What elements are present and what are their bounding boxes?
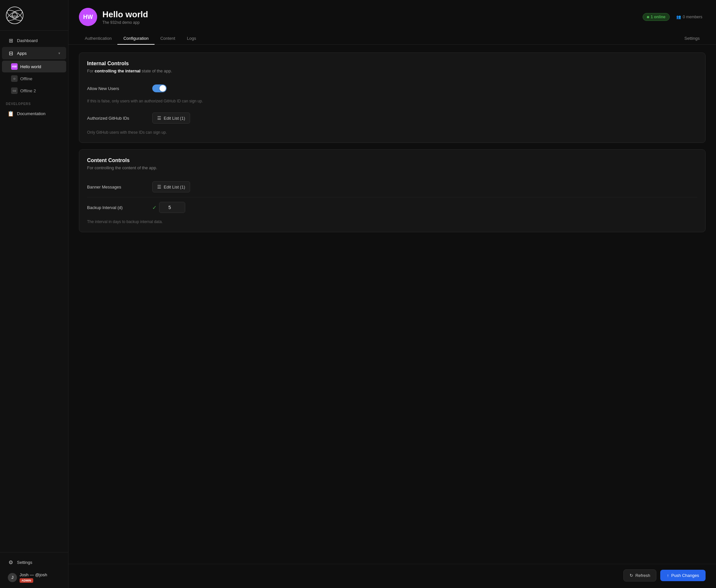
members-icon: 👥 [676,15,681,19]
content-area: Internal Controls For controlling the in… [68,45,716,564]
push-icon: ↑ [667,573,669,578]
offline-label: Offline [20,76,32,81]
backup-interval-row: Backup Interval (d) ✓ [87,197,697,217]
tab-configuration[interactable]: Configuration [117,33,154,45]
tab-settings[interactable]: Settings [678,33,706,45]
user-name: Josh — @josh [20,572,60,577]
settings-gear-icon: ⚙ [8,559,14,565]
allow-new-users-row: Allow New Users [87,80,697,97]
app-identity: HW Hello world The 932nd demo app [79,8,148,26]
list-icon-2: ☰ [157,184,161,189]
tab-content[interactable]: Content [155,33,181,45]
allow-new-users-toggle[interactable] [152,84,167,92]
chevron-down-icon: ▾ [58,51,60,56]
online-dot [647,16,649,18]
allow-new-users-label: Allow New Users [87,86,146,91]
banner-messages-row: Banner Messages ☰ Edit List (1) [87,177,697,197]
content-controls-card: Content Controls For controlling the con… [79,149,706,232]
edit-banner-label: Edit List (1) [164,185,185,189]
internal-controls-card: Internal Controls For controlling the in… [79,52,706,143]
content-controls-title: Content Controls [87,158,697,163]
user-text: Josh — @josh ADMIN [20,572,60,583]
hello-world-avatar: HW [11,63,18,70]
apps-icon: ⊟ [8,50,14,56]
toggle-thumb [159,85,166,92]
tab-logs[interactable]: Logs [181,33,202,45]
online-count: 1 online [651,15,666,19]
github-ids-label: Authorized GitHub IDs [87,116,146,121]
offline2-label: Offline 2 [20,88,36,93]
check-icon: ✓ [152,205,156,211]
edit-github-ids-label: Edit List (1) [164,116,185,121]
hello-world-label: Hello world [20,64,41,69]
list-icon: ☰ [157,115,161,121]
sidebar-item-settings[interactable]: ⚙ Settings [2,556,66,568]
edit-banner-button[interactable]: ☰ Edit List (1) [152,181,190,192]
internal-controls-title: Internal Controls [87,61,697,66]
sidebar-item-offline[interactable]: O Offline [2,73,66,84]
sidebar-item-apps[interactable]: ⊟ Apps ▾ [2,47,66,59]
banner-messages-label: Banner Messages [87,185,146,189]
backup-interval-input[interactable] [159,202,185,213]
toggle-track[interactable] [152,84,167,92]
refresh-button[interactable]: ↻ Refresh [623,569,657,582]
app-info: Hello world The 932nd demo app [102,9,148,25]
user-avatar: J [8,573,17,582]
content-controls-subtitle: For controlling the content of the app. [87,165,697,170]
sidebar-item-offline-2[interactable]: O2 Offline 2 [2,85,66,97]
tab-authentication[interactable]: Authentication [79,33,117,45]
offline2-avatar: O2 [11,87,18,94]
orbiting-logo: orbiting [6,6,23,24]
backup-interval-input-row: ✓ [152,202,185,213]
offline-avatar: O [11,75,18,82]
members-badge: 👥 0 members [673,13,706,21]
github-ids-hint: Only GitHub users with these IDs can sig… [87,130,697,135]
sidebar-dashboard-label: Dashboard [17,38,60,43]
github-ids-row: Authorized GitHub IDs ☰ Edit List (1) [87,108,697,128]
sidebar-nav: ⊞ Dashboard ⊟ Apps ▾ HW Hello world O Of… [0,31,68,552]
book-icon: 📋 [8,110,14,117]
admin-badge: ADMIN [20,578,33,583]
sub-nav-apps: HW Hello world O Offline O2 Offline 2 [0,60,68,98]
internal-controls-subtitle: For controlling the internal state of th… [87,68,697,74]
main-header: HW Hello world The 932nd demo app 1 onli… [68,0,716,26]
bottom-actions: ↻ Refresh ↑ Push Changes [68,564,716,588]
allow-new-users-hint: If this is false, only users with an aut… [87,99,697,103]
documentation-label: Documentation [17,111,60,116]
app-subtitle: The 932nd demo app [102,20,148,25]
logo-area: orbiting [0,0,68,31]
refresh-icon: ↻ [630,573,633,578]
main-content: HW Hello world The 932nd demo app 1 onli… [68,0,716,588]
sidebar-item-dashboard[interactable]: ⊞ Dashboard [2,34,66,47]
tabs: Authentication Configuration Content Log… [68,33,716,45]
sidebar-bottom: ⚙ Settings J Josh — @josh ADMIN [0,552,68,588]
push-changes-button[interactable]: ↑ Push Changes [660,570,706,581]
online-badge: 1 online [643,13,670,21]
edit-github-ids-button[interactable]: ☰ Edit List (1) [152,112,190,124]
user-info[interactable]: J Josh — @josh ADMIN [2,569,66,586]
dashboard-icon: ⊞ [8,38,14,43]
app-name: Hello world [102,9,148,20]
developers-section-label: Developers [0,98,68,107]
sidebar-item-hello-world[interactable]: HW Hello world [2,61,66,72]
push-label: Push Changes [671,573,699,578]
svg-text:orbiting: orbiting [10,15,18,18]
sidebar-apps-label: Apps [17,51,55,56]
sidebar: orbiting ⊞ Dashboard ⊟ Apps ▾ HW Hello w… [0,0,68,588]
refresh-label: Refresh [635,573,650,578]
app-avatar: HW [79,8,97,26]
members-count: 0 members [683,15,702,19]
backup-interval-hint: The interval in days to backup internal … [87,219,697,224]
settings-label: Settings [17,560,60,565]
backup-interval-label: Backup Interval (d) [87,205,146,210]
sidebar-item-documentation[interactable]: 📋 Documentation [2,107,66,120]
header-badges: 1 online 👥 0 members [643,13,706,21]
